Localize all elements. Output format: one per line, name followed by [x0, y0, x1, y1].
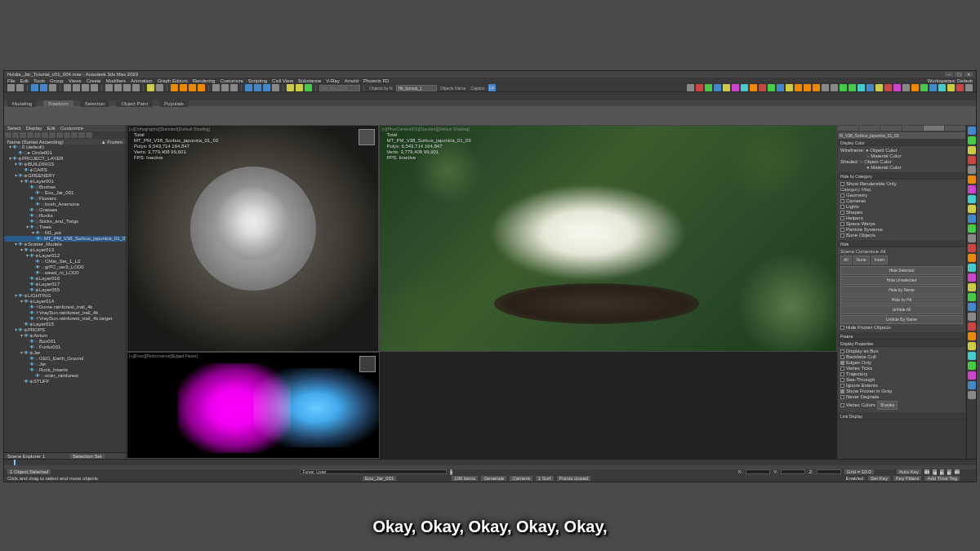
- t16-icon[interactable]: [831, 84, 838, 91]
- sb-icon[interactable]: [968, 283, 976, 291]
- tree-item[interactable]: ▾👁◆Scatter_Models: [4, 242, 126, 247]
- dp-box[interactable]: Display as Box: [840, 349, 963, 354]
- sb-icon[interactable]: [968, 371, 976, 380]
- t12-icon[interactable]: [795, 84, 802, 91]
- pivot-icon[interactable]: [156, 84, 163, 91]
- tree-item[interactable]: 👁◇Bushes: [4, 184, 126, 190]
- bind-icon[interactable]: [49, 84, 56, 91]
- coord-y-input[interactable]: [781, 469, 805, 474]
- tree-item[interactable]: ▾👁◆PROPS: [4, 327, 126, 333]
- sb-icon[interactable]: [968, 195, 976, 203]
- refcoord-icon[interactable]: 3: [147, 84, 154, 91]
- tree-item[interactable]: ▾👁◆GREENERY: [4, 173, 126, 179]
- mirror-icon[interactable]: [221, 84, 229, 91]
- t27-icon[interactable]: [947, 84, 955, 91]
- setkey-button[interactable]: Set Key: [868, 476, 890, 481]
- tree-item[interactable]: 👁○Funkx001: [4, 344, 126, 350]
- rotate-icon[interactable]: [114, 84, 122, 91]
- t15-icon[interactable]: [822, 84, 829, 91]
- tree-item[interactable]: 👁◇Flowers: [4, 196, 126, 202]
- t4-icon[interactable]: [723, 84, 730, 91]
- t19-icon[interactable]: [875, 84, 883, 91]
- tree-item[interactable]: ▾👁◇Trees: [4, 224, 126, 230]
- render-icon[interactable]: [305, 84, 312, 91]
- search-input[interactable]: [319, 85, 360, 91]
- tree-item[interactable]: ▾👁◆Atrium: [4, 333, 126, 339]
- t3-icon[interactable]: [714, 84, 721, 91]
- sb-icon[interactable]: [968, 362, 976, 370]
- tree-item[interactable]: 👁○MT_PM_V38_Sorbus_japonica_01_03: [4, 236, 126, 242]
- timeline[interactable]: [4, 459, 976, 469]
- check-bones[interactable]: Bone Objects: [840, 233, 963, 238]
- vray-icon[interactable]: [687, 84, 694, 91]
- unlink-icon[interactable]: [40, 84, 47, 91]
- snap-icon[interactable]: [171, 84, 178, 91]
- tree-item[interactable]: 👁◇▸ Circle001: [4, 150, 126, 156]
- t20-icon[interactable]: [884, 84, 892, 91]
- t9-icon[interactable]: [768, 84, 775, 91]
- sb-icon[interactable]: [968, 146, 976, 154]
- et1-icon[interactable]: [5, 132, 11, 138]
- forest-camera[interactable]: Camera: [510, 476, 532, 481]
- tree-item[interactable]: 👁◆Layer017: [4, 282, 126, 287]
- t25-icon[interactable]: [929, 84, 937, 91]
- maximize-icon[interactable]: ▢: [955, 72, 963, 77]
- viewport-orthographic[interactable]: [+][Orthographic][Standard][Default Shad…: [127, 125, 379, 352]
- tree-item[interactable]: 👁○scan_rainforest: [4, 373, 126, 379]
- tree-item[interactable]: ▾👁◇0 (default): [4, 144, 126, 150]
- explorer-sort[interactable]: Name (Sorted Ascending): [7, 140, 64, 144]
- curv-editor-icon[interactable]: [254, 84, 261, 91]
- t14-icon[interactable]: [813, 84, 820, 91]
- tree-item[interactable]: ▾👁◆Jar: [4, 350, 126, 356]
- time-ruler[interactable]: [4, 465, 976, 469]
- t10-icon[interactable]: [777, 84, 784, 91]
- scene-tree[interactable]: ▾👁◇0 (default)👁◇▸ Circle001▾👁◆PROJECT_LA…: [4, 144, 126, 452]
- percent-snap-icon[interactable]: [189, 84, 196, 91]
- explorer-tab[interactable]: Customize: [60, 126, 83, 131]
- dp-degrade[interactable]: Never Degrade: [840, 394, 963, 400]
- t17-icon[interactable]: [858, 84, 865, 91]
- tree-item[interactable]: 👁○weed_m_LOD0: [4, 270, 126, 276]
- play-icon[interactable]: ▶: [940, 469, 944, 475]
- menu-item[interactable]: Modifiers: [106, 78, 126, 83]
- t29-icon[interactable]: [965, 84, 973, 91]
- tree-item[interactable]: 👁◆Layer055: [4, 287, 126, 293]
- ribbon-tab[interactable]: Selection: [80, 100, 110, 107]
- scale-icon[interactable]: [123, 84, 131, 91]
- explorer-tab[interactable]: Display: [26, 126, 42, 131]
- ribbon-tab[interactable]: Freeform: [43, 100, 73, 107]
- named-sel-icon[interactable]: [212, 84, 220, 91]
- t26-icon[interactable]: [938, 84, 946, 91]
- tree-item[interactable]: 👁◆CARS: [4, 167, 126, 173]
- sb-icon[interactable]: [968, 205, 976, 213]
- dp-backface[interactable]: Backface Cull: [840, 354, 963, 360]
- schematic-icon[interactable]: [263, 84, 270, 91]
- tree-item[interactable]: 👁◆STUFF: [4, 379, 126, 384]
- redo-icon[interactable]: [16, 84, 24, 91]
- forest2-icon[interactable]: [849, 84, 856, 91]
- t24-icon[interactable]: [920, 84, 928, 91]
- title-bar[interactable]: Nvidia_Jar_Tutorial_v01_004.max - Autode…: [4, 71, 976, 78]
- tree-item[interactable]: 👁○GEO_Earth_Ground: [4, 356, 126, 362]
- place-icon[interactable]: [132, 84, 140, 91]
- explorer-tab[interactable]: Edit: [47, 126, 55, 131]
- hierarchy-tab-icon[interactable]: [880, 126, 901, 131]
- tree-item[interactable]: ▾👁◆PROJECT_LAYER: [4, 156, 126, 162]
- tree-item[interactable]: 👁◆Layer015: [4, 322, 126, 327]
- viewport-camera[interactable]: [+][PhysCamera001][Standard][Default Sha…: [379, 125, 837, 352]
- tab-all[interactable]: All: [840, 256, 852, 264]
- spinner-snap-icon[interactable]: [198, 84, 205, 91]
- et6-icon[interactable]: [42, 132, 48, 138]
- dd-icon[interactable]: ▾: [450, 469, 452, 475]
- play-end-icon[interactable]: ⏭: [955, 469, 960, 474]
- sb-icon[interactable]: [968, 166, 976, 174]
- addtag-button[interactable]: Add Time Tag: [924, 476, 960, 481]
- minimize-icon[interactable]: ─: [945, 72, 953, 77]
- dp-traj[interactable]: Trajectory: [840, 371, 963, 377]
- t11-icon[interactable]: [786, 84, 793, 91]
- sb-icon[interactable]: [968, 391, 976, 399]
- et2-icon[interactable]: [12, 132, 19, 138]
- object-name-field[interactable]: M_V38_Sorbus_japonica_01_03: [838, 132, 965, 139]
- select-icon[interactable]: [64, 84, 71, 91]
- rollout-header[interactable]: Display Properties: [838, 341, 965, 347]
